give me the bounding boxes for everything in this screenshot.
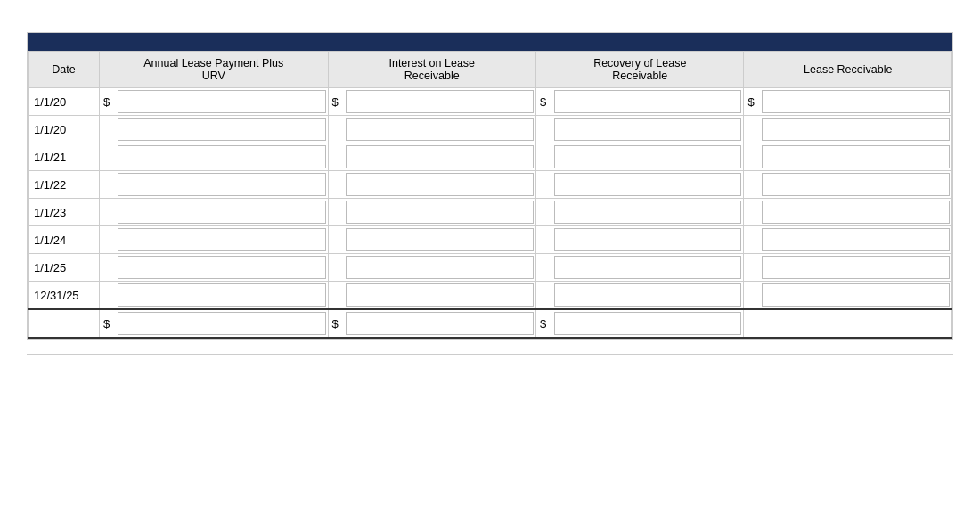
input-interest-6[interactable] [346, 256, 534, 279]
dollar-sign-recovery-7 [536, 282, 552, 310]
date-cell-7: 12/31/25 [29, 282, 100, 310]
input-recovery-3[interactable] [554, 173, 742, 196]
input-recovery-0[interactable] [554, 90, 742, 113]
input-cell-lease-0[interactable] [760, 88, 952, 116]
dollar-sign-interest-4 [328, 199, 344, 226]
totals-lease-dollar [744, 309, 760, 338]
dollar-sign-lease-0: $ [744, 88, 760, 116]
date-cell-2: 1/1/21 [29, 143, 100, 171]
input-cell-annual-2[interactable] [116, 143, 329, 171]
input-cell-interest-3[interactable] [344, 171, 535, 199]
input-cell-interest-1[interactable] [344, 116, 535, 143]
dollar-sign-recovery-1 [536, 116, 552, 143]
input-cell-lease-2[interactable] [760, 143, 952, 171]
dollar-sign-annual-7 [100, 282, 116, 310]
input-recovery-total[interactable] [554, 312, 742, 335]
input-annual-total[interactable] [118, 312, 326, 335]
input-cell-interest-2[interactable] [344, 143, 535, 171]
input-lease-3[interactable] [762, 173, 950, 196]
input-cell-annual-0[interactable] [116, 88, 329, 116]
input-cell-recovery-4[interactable] [552, 199, 744, 226]
input-annual-5[interactable] [118, 228, 326, 251]
dollar-sign-lease-2 [744, 143, 760, 171]
input-recovery-2[interactable] [554, 145, 742, 168]
input-cell-interest-total[interactable] [344, 309, 535, 338]
input-cell-recovery-5[interactable] [552, 226, 744, 254]
input-annual-6[interactable] [118, 256, 326, 279]
input-lease-1[interactable] [762, 118, 950, 141]
input-cell-recovery-6[interactable] [552, 254, 744, 282]
input-interest-2[interactable] [346, 145, 534, 168]
dollar-sign-lease-4 [744, 199, 760, 226]
input-cell-interest-6[interactable] [344, 254, 535, 282]
input-interest-4[interactable] [346, 201, 534, 224]
input-cell-annual-5[interactable] [116, 226, 329, 254]
input-cell-interest-5[interactable] [344, 226, 535, 254]
table-header [28, 33, 952, 51]
input-recovery-5[interactable] [554, 228, 742, 251]
input-cell-lease-7[interactable] [760, 282, 952, 310]
input-cell-lease-5[interactable] [760, 226, 952, 254]
input-annual-7[interactable] [118, 283, 326, 307]
input-cell-recovery-0[interactable] [552, 88, 744, 116]
input-annual-4[interactable] [118, 201, 326, 224]
input-recovery-6[interactable] [554, 256, 742, 279]
input-cell-lease-6[interactable] [760, 254, 952, 282]
col-header-recovery: Recovery of LeaseReceivable [536, 52, 744, 88]
date-cell-3: 1/1/22 [29, 171, 100, 199]
input-lease-7[interactable] [762, 283, 950, 307]
input-cell-interest-7[interactable] [344, 282, 535, 310]
input-cell-annual-total[interactable] [116, 309, 329, 338]
input-interest-1[interactable] [346, 118, 534, 141]
input-recovery-4[interactable] [554, 201, 742, 224]
col-header-date: Date [29, 52, 100, 88]
input-annual-2[interactable] [118, 145, 326, 168]
input-recovery-1[interactable] [554, 118, 742, 141]
dollar-sign-recovery-0: $ [536, 88, 552, 116]
input-cell-recovery-7[interactable] [552, 282, 744, 310]
table-row: 12/31/25 [29, 282, 952, 310]
input-annual-3[interactable] [118, 173, 326, 196]
input-cell-recovery-2[interactable] [552, 143, 744, 171]
input-cell-annual-6[interactable] [116, 254, 329, 282]
dollar-sign-recovery-6 [536, 254, 552, 282]
input-interest-7[interactable] [346, 283, 534, 307]
input-annual-0[interactable] [118, 90, 326, 113]
input-cell-recovery-1[interactable] [552, 116, 744, 143]
input-cell-annual-1[interactable] [116, 116, 329, 143]
dollar-sign-recovery-3 [536, 171, 552, 199]
input-cell-annual-4[interactable] [116, 199, 329, 226]
dollar-sign-annual-3 [100, 171, 116, 199]
input-interest-5[interactable] [346, 228, 534, 251]
input-cell-annual-7[interactable] [116, 282, 329, 310]
col-header-interest: Interest on LeaseReceivable [328, 52, 535, 88]
input-annual-1[interactable] [118, 118, 326, 141]
input-cell-interest-4[interactable] [344, 199, 535, 226]
table-row: 1/1/22 [29, 171, 952, 199]
input-interest-3[interactable] [346, 173, 534, 196]
input-interest-0[interactable] [346, 90, 534, 113]
input-lease-6[interactable] [762, 256, 950, 279]
input-cell-lease-1[interactable] [760, 116, 952, 143]
input-lease-4[interactable] [762, 201, 950, 224]
input-interest-total[interactable] [346, 312, 534, 335]
input-cell-annual-3[interactable] [116, 171, 329, 199]
footer-line [27, 354, 953, 355]
input-cell-interest-0[interactable] [344, 88, 535, 116]
col-header-lease-receivable: Lease Receivable [744, 52, 952, 88]
input-cell-lease-3[interactable] [760, 171, 952, 199]
input-lease-2[interactable] [762, 145, 950, 168]
dollar-sign-annual-1 [100, 116, 116, 143]
date-cell-4: 1/1/23 [29, 199, 100, 226]
input-cell-recovery-total[interactable] [552, 309, 744, 338]
date-cell-5: 1/1/24 [29, 226, 100, 254]
dollar-sign-interest-0: $ [328, 88, 344, 116]
input-cell-recovery-3[interactable] [552, 171, 744, 199]
table-row: 1/1/20 [29, 116, 952, 143]
dollar-sign-recovery-2 [536, 143, 552, 171]
input-lease-5[interactable] [762, 228, 950, 251]
dollar-sign-interest-3 [328, 171, 344, 199]
input-cell-lease-4[interactable] [760, 199, 952, 226]
input-recovery-7[interactable] [554, 283, 742, 307]
input-lease-0[interactable] [762, 90, 950, 113]
